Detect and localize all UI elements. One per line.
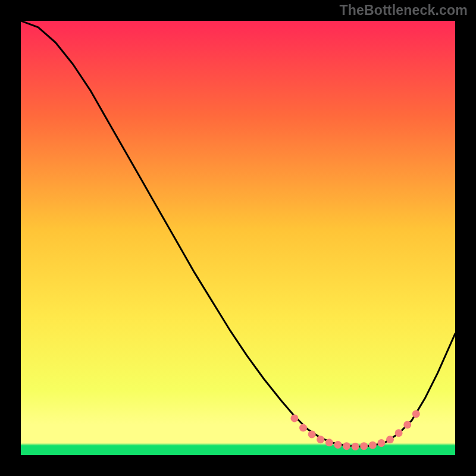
watermark-text: TheBottleneck.com <box>339 2 468 18</box>
marker-dot <box>369 441 377 449</box>
marker-dot <box>290 414 298 422</box>
marker-dot <box>343 442 350 450</box>
marker-dot <box>403 421 411 428</box>
marker-dot <box>299 424 307 432</box>
marker-dot <box>412 410 420 418</box>
gradient-background <box>21 21 455 455</box>
marker-dot <box>308 430 316 438</box>
plot-area <box>21 21 455 455</box>
marker-dot <box>352 443 359 450</box>
marker-dot <box>334 441 342 449</box>
marker-dot <box>317 436 324 443</box>
marker-dot <box>325 439 333 446</box>
marker-dot <box>377 439 385 447</box>
marker-dot <box>395 429 403 437</box>
chart-svg <box>21 21 455 455</box>
marker-dot <box>360 442 368 450</box>
chart-frame: TheBottleneck.com <box>0 0 476 476</box>
marker-dot <box>386 436 394 443</box>
